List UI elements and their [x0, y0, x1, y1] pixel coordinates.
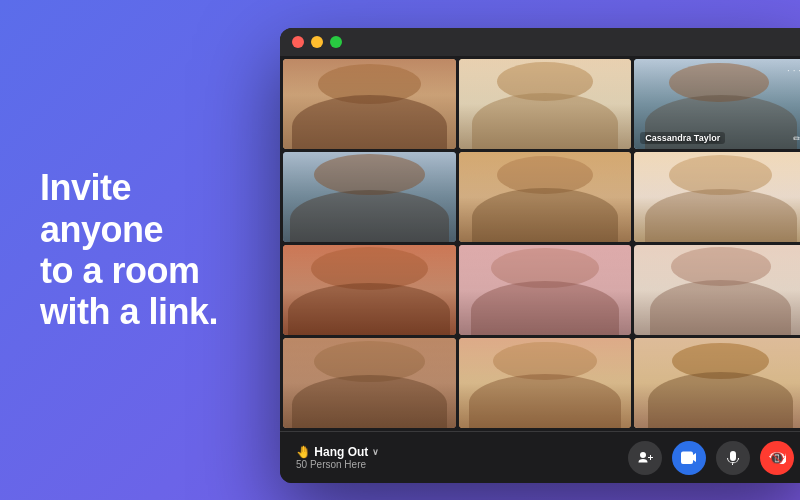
video-call-window: · · · Cassandra Taylor ✏ [280, 28, 800, 483]
traffic-light-minimize[interactable] [311, 36, 323, 48]
add-person-icon [637, 450, 653, 466]
video-cell-3: · · · Cassandra Taylor ✏ [634, 59, 800, 149]
microphone-button[interactable] [716, 441, 750, 475]
tagline: Invite anyone to a room with a link. [40, 167, 240, 333]
microphone-icon [727, 450, 739, 466]
video-cell-7 [283, 245, 456, 335]
hang-out-info: 🤚 Hang Out ∨ 50 Person Here [296, 445, 379, 470]
tagline-line2: to a room [40, 250, 200, 291]
video-cell-5 [459, 152, 632, 242]
call-controls: 📵 [628, 441, 794, 475]
traffic-light-maximize[interactable] [330, 36, 342, 48]
bottom-bar: 🤚 Hang Out ∨ 50 Person Here [280, 431, 800, 483]
video-cell-9 [634, 245, 800, 335]
cassandra-name-label: Cassandra Taylor [640, 132, 725, 144]
camera-button[interactable] [672, 441, 706, 475]
room-name-label: 🤚 Hang Out [296, 445, 368, 459]
edit-icon[interactable]: ✏ [793, 133, 800, 144]
video-grid: · · · Cassandra Taylor ✏ [280, 56, 800, 431]
end-call-button[interactable]: 📵 [760, 441, 794, 475]
add-person-button[interactable] [628, 441, 662, 475]
left-panel: Invite anyone to a room with a link. [0, 127, 280, 373]
video-cell-2 [459, 59, 632, 149]
video-cell-8 [459, 245, 632, 335]
tagline-line1: Invite anyone [40, 167, 163, 249]
dots-menu-icon[interactable]: · · · [787, 65, 800, 76]
video-cell-4 [283, 152, 456, 242]
hang-out-title[interactable]: 🤚 Hang Out ∨ [296, 445, 379, 459]
video-cell-11 [459, 338, 632, 428]
window-titlebar [280, 28, 800, 56]
video-cell-10 [283, 338, 456, 428]
video-cell-6 [634, 152, 800, 242]
participant-count: 50 Person Here [296, 459, 379, 470]
camera-icon [681, 451, 697, 465]
end-call-icon: 📵 [768, 452, 786, 464]
chevron-down-icon[interactable]: ∨ [372, 447, 379, 457]
svg-text:📵: 📵 [770, 452, 784, 464]
traffic-light-close[interactable] [292, 36, 304, 48]
tagline-line3: with a link. [40, 291, 218, 332]
video-cell-1 [283, 59, 456, 149]
video-cell-12 [634, 338, 800, 428]
